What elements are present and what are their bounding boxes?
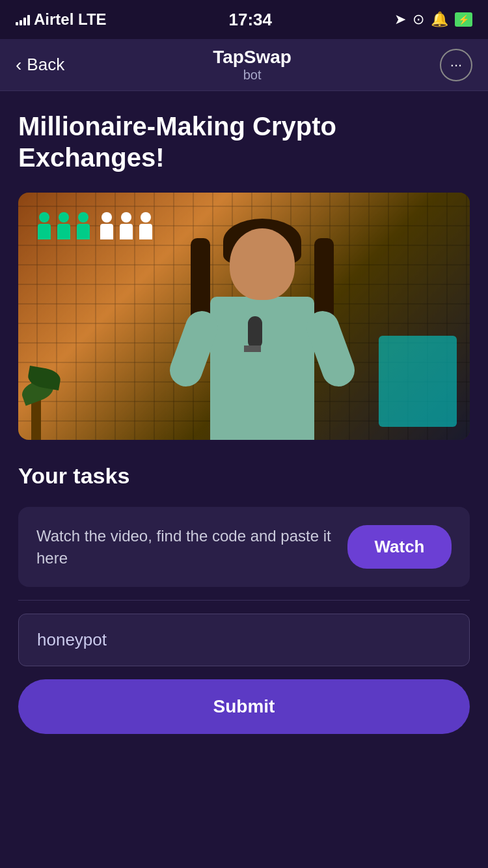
submit-button[interactable]: Submit (18, 679, 470, 734)
status-carrier: Airtel LTE (16, 10, 107, 29)
carrier-text: Airtel LTE (34, 10, 107, 29)
person-icon-4 (100, 212, 113, 239)
plant-decoration (18, 310, 70, 440)
more-options-button[interactable]: ··· (440, 49, 472, 81)
nav-title: TapSwap (213, 47, 291, 68)
battery-icon: ⚡ (455, 12, 472, 27)
person-icon-6 (139, 212, 152, 239)
back-arrow-icon: ‹ (16, 55, 21, 75)
code-input[interactable] (18, 614, 470, 666)
tasks-heading: Your tasks (18, 463, 470, 489)
video-background (18, 193, 470, 440)
target-icon: ⊙ (413, 11, 424, 28)
nav-center: TapSwap bot (213, 47, 291, 83)
back-button[interactable]: ‹ Back (16, 55, 64, 75)
task-card: Watch the video, find the code and paste… (18, 507, 470, 587)
location-icon: ➤ (394, 11, 406, 28)
video-person (171, 219, 353, 440)
video-thumbnail[interactable] (18, 193, 470, 440)
back-label: Back (27, 55, 64, 75)
person-icon-5 (120, 212, 133, 239)
nav-subtitle: bot (213, 68, 291, 83)
person-icon-1 (38, 212, 51, 239)
signal-icon (16, 14, 30, 25)
page-title: Millionaire-Making Crypto Exchanges! (18, 111, 470, 173)
task-description: Watch the video, find the code and paste… (36, 525, 334, 569)
navigation-bar: ‹ Back TapSwap bot ··· (0, 39, 488, 91)
person-icon-3 (77, 212, 90, 239)
watch-button[interactable]: Watch (347, 525, 452, 569)
person-icon-2 (57, 212, 70, 239)
main-content: Millionaire-Making Crypto Exchanges! (0, 91, 488, 868)
status-bar: Airtel LTE 17:34 ➤ ⊙ 🔔 ⚡ (0, 0, 488, 39)
task-row: Watch the video, find the code and paste… (36, 525, 452, 569)
video-teal-decoration (379, 336, 457, 427)
video-person-icons (38, 212, 152, 239)
status-icons: ➤ ⊙ 🔔 ⚡ (394, 11, 472, 28)
more-icon: ··· (450, 57, 462, 74)
status-time: 17:34 (229, 10, 273, 30)
divider (18, 600, 470, 601)
alarm-icon: 🔔 (431, 11, 448, 28)
